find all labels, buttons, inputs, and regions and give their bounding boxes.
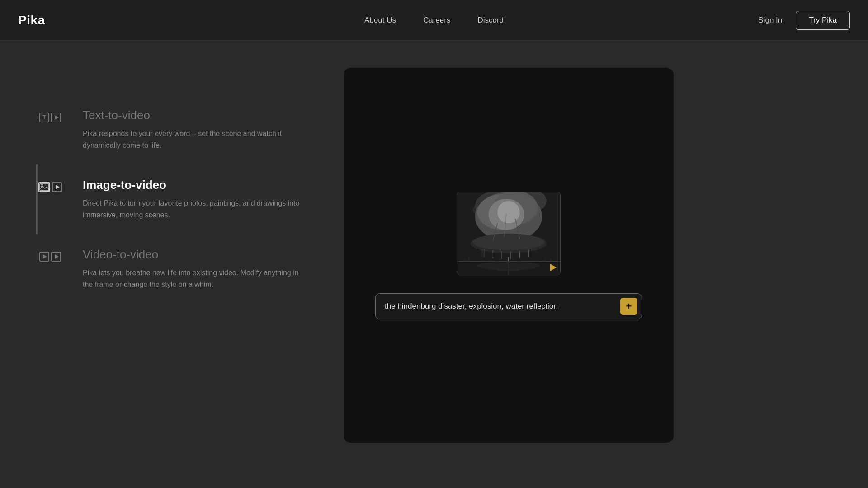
text-to-video-desc: Pika responds to your every word – set t… (83, 128, 300, 151)
play-triangle-icon-2 (56, 185, 60, 189)
svg-rect-27 (550, 258, 551, 261)
vid-triangle-icon-2 (55, 254, 59, 259)
feature-video-to-video-content: Video-to-video Pika lets you breathe new… (74, 248, 300, 290)
svg-rect-25 (468, 257, 470, 261)
feature-image-to-video-content: Image-to-video Direct Pika to turn your … (74, 178, 300, 221)
feature-list: T Text-to-video Pika responds to your ev… (36, 68, 326, 470)
feature-item-image-to-video[interactable]: Image-to-video Direct Pika to turn your … (36, 164, 326, 234)
video-to-video-icon (38, 248, 63, 266)
nav-careers[interactable]: Careers (423, 16, 450, 25)
main-content: T Text-to-video Pika responds to your ev… (0, 41, 868, 488)
svg-rect-0 (40, 183, 49, 191)
svg-point-10 (497, 201, 519, 223)
video-to-video-title: Video-to-video (83, 248, 300, 262)
prompt-submit-button[interactable]: + (620, 298, 637, 315)
play-box-icon (51, 113, 61, 122)
preview-image-container (457, 192, 561, 275)
header: Pika About Us Careers Discord Sign In Tr… (0, 0, 868, 41)
t-box-icon: T (39, 113, 49, 122)
prompt-area: + (375, 293, 642, 319)
try-pika-button[interactable]: Try Pika (796, 11, 850, 30)
main-nav: About Us Careers Discord (364, 16, 504, 25)
text-to-video-icon: T (38, 108, 63, 127)
nav-about[interactable]: About Us (364, 16, 396, 25)
feature-item-text-to-video[interactable]: T Text-to-video Pika responds to your ev… (36, 95, 326, 164)
preview-panel: + (344, 68, 674, 443)
logo: Pika (18, 13, 45, 28)
feature-item-video-to-video[interactable]: Video-to-video Pika lets you breathe new… (36, 234, 326, 304)
prompt-input[interactable] (375, 293, 642, 319)
vid-triangle-icon-1 (43, 254, 47, 259)
svg-rect-24 (464, 258, 465, 261)
image-to-video-desc: Direct Pika to turn your favorite photos… (83, 197, 300, 221)
image-to-video-icon (38, 178, 63, 196)
video-to-video-desc: Pika lets you breathe new life into exis… (83, 267, 300, 290)
header-right: Sign In Try Pika (758, 11, 850, 30)
image-to-video-title: Image-to-video (83, 178, 300, 192)
preview-play-indicator (550, 264, 557, 271)
img-box-icon (38, 182, 50, 192)
vid-box-icon-2 (51, 252, 61, 262)
vid-box-icon-1 (39, 252, 49, 262)
sign-in-button[interactable]: Sign In (758, 16, 782, 25)
play-triangle-icon (55, 115, 59, 120)
hindenburg-svg (457, 192, 560, 275)
nav-discord[interactable]: Discord (477, 16, 504, 25)
svg-rect-26 (544, 258, 546, 261)
text-to-video-title: Text-to-video (83, 108, 300, 122)
feature-text-to-video-content: Text-to-video Pika responds to your ever… (74, 108, 300, 151)
hindenburg-image (457, 192, 560, 275)
svg-point-1 (41, 185, 43, 187)
svg-point-22 (477, 261, 540, 270)
svg-point-12 (473, 234, 544, 250)
play-box-icon-2 (52, 182, 62, 192)
image-icon-svg (39, 183, 49, 191)
